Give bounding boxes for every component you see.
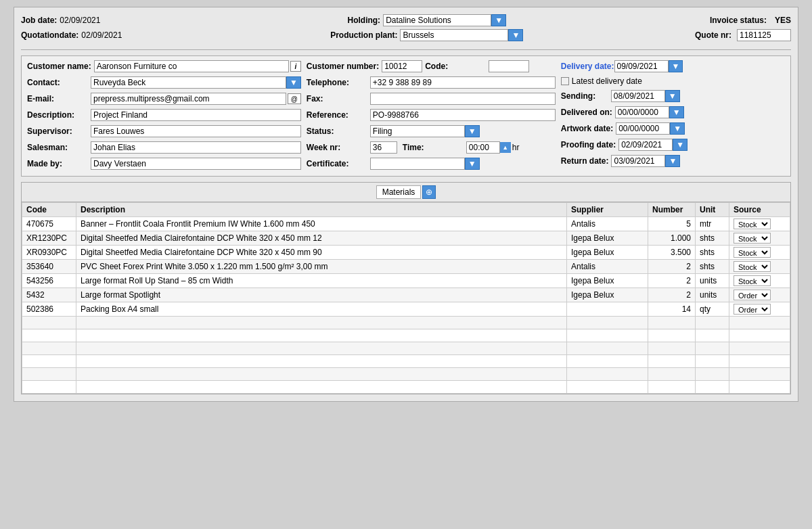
sending-input[interactable] — [611, 90, 665, 102]
empty-cell — [76, 329, 567, 342]
table-cell: 2 — [648, 274, 696, 288]
empty-cell — [696, 342, 729, 355]
table-cell: 2 — [648, 288, 696, 302]
customer-name-label: Customer name: — [27, 62, 91, 71]
return-date-label: Return date: — [561, 156, 609, 166]
source-select[interactable]: StockOrder — [734, 261, 771, 272]
week-nr-row: Week nr: Time: ▲ hr — [307, 141, 556, 154]
holding-label: Holding: — [347, 16, 380, 25]
info-col-1: Customer name: i Contact: ▼ E-mail: @ De… — [27, 60, 301, 172]
latest-delivery-row: Latest delivery date — [561, 76, 785, 86]
proofing-date-label: Proofing date: — [561, 140, 616, 150]
empty-cell — [696, 317, 729, 329]
certificate-input[interactable] — [370, 158, 465, 170]
made-by-label: Made by: — [27, 159, 88, 168]
return-date-input[interactable] — [611, 155, 665, 167]
empty-cell — [567, 329, 648, 342]
source-select[interactable]: StockOrder — [734, 218, 771, 229]
certificate-dropdown[interactable]: ▼ — [465, 158, 480, 170]
week-nr-label: Week nr: — [307, 143, 367, 152]
source-select[interactable]: StockOrder — [734, 275, 771, 286]
contact-input[interactable] — [91, 76, 286, 89]
source-select[interactable]: StockOrder — [734, 304, 771, 315]
info-icon[interactable]: i — [290, 61, 301, 72]
proofing-date-dropdown[interactable]: ▼ — [673, 139, 687, 151]
return-date-dropdown[interactable]: ▼ — [665, 155, 680, 167]
email-label: E-mail: — [27, 94, 88, 104]
table-cell: Igepa Belux — [567, 288, 648, 302]
delivery-date-dropdown[interactable]: ▼ — [669, 60, 683, 72]
status-input[interactable] — [370, 125, 465, 137]
table-cell: shts — [696, 260, 729, 274]
source-select[interactable]: StockOrder — [734, 233, 771, 244]
holding-input[interactable] — [383, 14, 491, 26]
email-input[interactable] — [91, 93, 286, 105]
telephone-row: Telephone: — [307, 76, 556, 89]
supervisor-row: Supervisor: — [27, 125, 301, 137]
production-plant-input[interactable] — [400, 29, 508, 41]
code-input[interactable] — [489, 60, 529, 72]
telephone-input[interactable] — [370, 76, 556, 89]
main-container: Job date: 02/09/2021 Holding: ▼ Invoice … — [14, 7, 798, 402]
empty-cell — [22, 368, 76, 381]
description-input[interactable] — [91, 109, 301, 121]
artwork-date-dropdown[interactable]: ▼ — [670, 122, 685, 135]
empty-cell — [22, 342, 76, 355]
header-section: Job date: 02/09/2021 Holding: ▼ Invoice … — [21, 14, 791, 50]
salesman-label: Salesman: — [27, 143, 88, 152]
fax-input[interactable] — [370, 93, 556, 105]
delivered-on-dropdown[interactable]: ▼ — [669, 106, 684, 118]
week-nr-input[interactable] — [370, 141, 397, 154]
info-col-3: Delivery date: ▼ Latest delivery date Se… — [561, 60, 785, 172]
empty-cell — [648, 329, 696, 342]
supervisor-input[interactable] — [91, 125, 301, 137]
customer-number-input[interactable] — [382, 60, 422, 72]
table-cell: Igepa Belux — [567, 231, 648, 246]
customer-name-input[interactable] — [94, 60, 289, 72]
description-row: Description: — [27, 109, 301, 121]
quote-nr-input[interactable] — [737, 29, 791, 41]
salesman-input[interactable] — [91, 141, 301, 154]
sending-row: Sending: ▼ — [561, 90, 785, 102]
materials-header: Materials ⊕ — [22, 183, 790, 202]
empty-cell — [76, 317, 567, 329]
time-up-btn[interactable]: ▲ — [500, 142, 511, 153]
source-select[interactable]: StockOrder — [734, 290, 771, 300]
table-cell: XR0930PC — [22, 246, 76, 260]
table-row: 353640PVC Sheet Forex Print White 3.050 … — [22, 260, 790, 274]
mail-icon[interactable]: @ — [288, 93, 301, 104]
fax-label: Fax: — [307, 94, 367, 104]
delivered-on-input[interactable] — [615, 106, 669, 118]
table-cell — [567, 302, 648, 317]
table-cell: 3.500 — [648, 246, 696, 260]
materials-tbody: 470675Banner – Frontlit Coala Frontlit P… — [22, 217, 790, 394]
status-dropdown[interactable]: ▼ — [465, 125, 480, 137]
production-plant-dropdown[interactable]: ▼ — [508, 29, 523, 41]
table-row: XR0930PCDigital Sheetfed Media Clairefon… — [22, 246, 790, 260]
table-cell: Packing Box A4 small — [76, 302, 567, 317]
reference-input[interactable] — [370, 109, 556, 121]
holding-dropdown[interactable]: ▼ — [491, 14, 506, 26]
artwork-date-input[interactable] — [616, 122, 670, 135]
certificate-label: Certificate: — [307, 159, 367, 168]
info-col-2: Customer number: Code: Telephone: Fax: R… — [307, 60, 556, 172]
materials-dropdown[interactable]: ⊕ — [422, 185, 436, 199]
source-select[interactable]: StockOrder — [734, 247, 771, 258]
empty-cell — [696, 355, 729, 368]
empty-cell — [76, 381, 567, 394]
sending-dropdown[interactable]: ▼ — [665, 90, 680, 102]
empty-cell — [76, 342, 567, 355]
empty-cell — [22, 381, 76, 394]
empty-cell — [696, 368, 729, 381]
delivery-date-input[interactable] — [614, 60, 669, 72]
latest-delivery-checkbox[interactable] — [561, 77, 569, 85]
empty-cell — [648, 355, 696, 368]
table-cell: StockOrder — [729, 288, 790, 302]
empty-cell — [696, 381, 729, 394]
contact-dropdown[interactable]: ▼ — [286, 76, 301, 89]
time-input[interactable] — [466, 141, 500, 154]
table-cell: XR1230PC — [22, 231, 76, 246]
empty-cell — [567, 355, 648, 368]
proofing-date-input[interactable] — [618, 139, 673, 151]
made-by-input[interactable] — [91, 158, 301, 170]
